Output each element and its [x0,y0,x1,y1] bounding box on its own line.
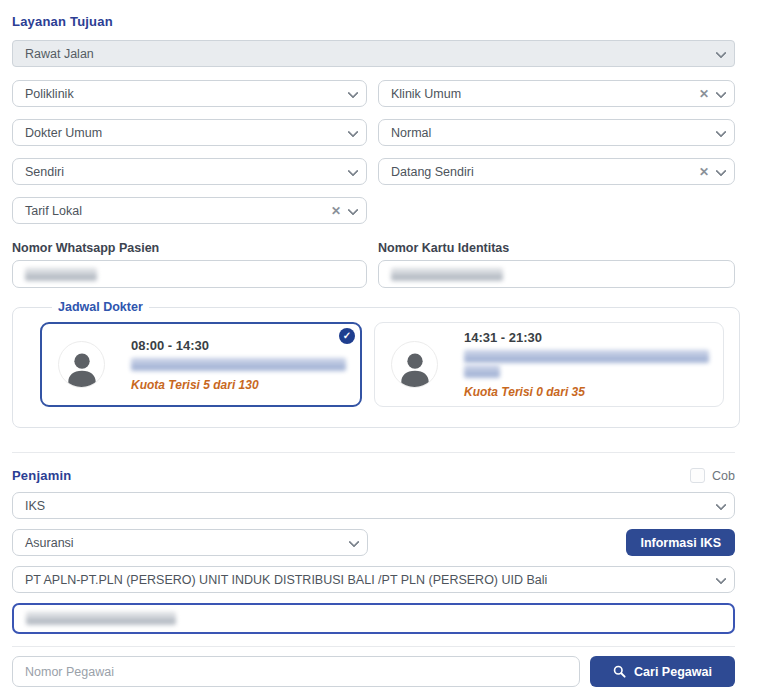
clear-icon[interactable]: ✕ [699,88,709,100]
poliklinik-value: Poliklinik [25,87,74,101]
redacted-doctor-name [464,350,709,363]
search-icon [613,665,626,678]
selected-check-icon: ✓ [339,328,355,344]
redacted-doctor-name [131,358,346,371]
perusahaan-value: PT APLN-PT.PLN (PERSERO) UNIT INDUK DIST… [25,573,547,587]
quota-text: Kuota Terisi 5 dari 130 [131,378,346,392]
chevron-down-icon [716,128,725,137]
dokter-value: Dokter Umum [25,126,102,140]
klinik-select[interactable]: Klinik Umum ✕ [378,80,735,107]
jadwal-dokter-legend: Jadwal Dokter [52,300,149,314]
cari-pegawai-label: Cari Pegawai [634,665,712,679]
cob-checkbox-group[interactable]: Cob [690,468,735,483]
redacted-identitas-value [391,268,503,281]
chevron-down-icon [348,206,357,215]
tarif-value: Tarif Lokal [25,204,82,218]
registration-form: Layanan Tujuan Rawat Jalan Poliklinik Kl… [0,0,780,687]
jenis-penjamin-select[interactable]: IKS [12,492,735,519]
chevron-down-icon [348,128,357,137]
schedule-card-evening[interactable]: 14:31 - 21:30 Kuota Terisi 0 dari 35 [374,322,724,407]
chevron-down-icon [716,501,725,510]
prioritas-value: Normal [391,126,431,140]
nomor-pegawai-placeholder: Nomor Pegawai [25,665,114,679]
whatsapp-label: Nomor Whatsapp Pasien [12,241,367,255]
jenis-layanan-value: Rawat Jalan [25,47,94,61]
informasi-iks-button[interactable]: Informasi IKS [626,529,735,556]
jenis-layanan-select[interactable]: Rawat Jalan [12,40,735,67]
chevron-down-icon [348,167,357,176]
asal-rujukan-select[interactable]: Sendiri [12,158,367,185]
penjamin-title: Penjamin [12,468,71,483]
identitas-input[interactable] [378,260,735,288]
person-icon [62,347,102,387]
chevron-down-icon [349,538,358,547]
redacted-member-value [26,612,176,625]
jadwal-dokter-fieldset: Jadwal Dokter ✓ 08:00 - 14:30 [12,300,740,428]
layanan-tujuan-title: Layanan Tujuan [12,14,735,29]
identitas-label: Nomor Kartu Identitas [378,241,735,255]
cob-checkbox[interactable] [690,468,705,483]
schedule-time: 14:31 - 21:30 [464,330,709,345]
person-icon [395,347,435,387]
jenis-penjamin-value: IKS [25,499,45,513]
penjamin-member-input[interactable] [12,603,735,634]
whatsapp-input[interactable] [12,260,367,288]
perusahaan-select[interactable]: PT APLN-PT.PLN (PERSERO) UNIT INDUK DIST… [12,566,735,593]
poliklinik-select[interactable]: Poliklinik [12,80,367,107]
cara-datang-select[interactable]: Datang Sendiri ✕ [378,158,735,185]
doctor-avatar [391,341,438,388]
tipe-penjamin-value: Asuransi [25,536,74,550]
bottom-divider [12,646,735,647]
quota-text: Kuota Terisi 0 dari 35 [464,385,709,399]
asal-rujukan-value: Sendiri [25,165,64,179]
cob-label: Cob [712,469,735,483]
doctor-avatar [58,341,105,388]
chevron-down-icon [716,167,725,176]
redacted-doctor-name-line2 [464,365,500,378]
chevron-down-icon [716,575,725,584]
cara-datang-value: Datang Sendiri [391,165,474,179]
dokter-select[interactable]: Dokter Umum [12,119,367,146]
chevron-down-icon [716,49,725,58]
schedule-card-morning[interactable]: ✓ 08:00 - 14:30 Kuota Terisi 5 dari 130 [40,322,362,407]
cari-pegawai-button[interactable]: Cari Pegawai [590,656,735,687]
schedule-time: 08:00 - 14:30 [131,338,346,353]
clear-icon[interactable]: ✕ [699,166,709,178]
clear-icon[interactable]: ✕ [331,205,341,217]
klinik-value: Klinik Umum [391,87,461,101]
prioritas-select[interactable]: Normal [378,119,735,146]
section-divider [12,452,735,453]
chevron-down-icon [716,89,725,98]
tarif-select[interactable]: Tarif Lokal ✕ [12,197,367,224]
nomor-pegawai-input[interactable]: Nomor Pegawai [12,656,580,687]
redacted-whatsapp-value [25,268,97,281]
chevron-down-icon [348,89,357,98]
tipe-penjamin-select[interactable]: Asuransi [12,529,368,556]
